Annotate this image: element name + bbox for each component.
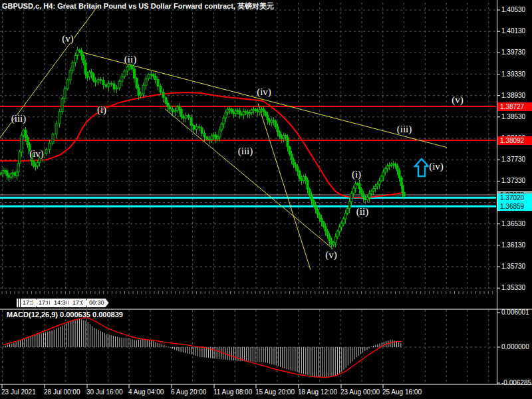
elliott-wave-label[interactable]: (iii) xyxy=(11,113,27,124)
elliott-wave-label[interactable]: (iv) xyxy=(429,161,444,172)
chart-window[interactable]: GBPUSD.c, H4: Great Britain Pound vs US … xyxy=(0,0,532,399)
ma-line xyxy=(0,92,402,198)
elliott-wave-label[interactable]: (iv) xyxy=(29,148,44,160)
elliott-wave-label[interactable]: (i) xyxy=(97,104,106,116)
event-tag-bar xyxy=(33,299,34,307)
price-badge: 1.38727 xyxy=(497,102,532,111)
event-time-tag[interactable]: 17:1 xyxy=(21,299,39,307)
time-axis-tick: 25 Aug 16:00 xyxy=(382,388,422,396)
price-badge: 1.38092 xyxy=(497,136,532,145)
price-axis-tick: 1.35730 xyxy=(501,263,525,271)
event-tag-bar xyxy=(17,299,18,307)
macd-signal-line xyxy=(3,318,402,377)
panel-borders xyxy=(0,0,532,388)
event-time-tag[interactable]: 00:30 xyxy=(87,299,109,307)
event-tag-bar xyxy=(83,299,84,307)
elliott-wave-label[interactable]: (v) xyxy=(325,249,337,261)
price-axis-tick: 1.36530 xyxy=(501,220,525,228)
elliott-wave-label[interactable]: (v) xyxy=(452,94,464,106)
event-tag-bar xyxy=(50,299,51,307)
time-axis-tick: 28 Jul 00:00 xyxy=(44,388,80,396)
time-axis-tick: 23 Aug 00:00 xyxy=(340,388,380,396)
chart-title: GBPUSD.c, H4: Great Britain Pound vs US … xyxy=(2,1,274,11)
time-axis-tick: 23 Jul 2021 xyxy=(1,388,36,396)
price-chart-canvas[interactable] xyxy=(0,0,532,399)
event-tag-bar xyxy=(48,299,49,307)
price-axis-tick: 1.38530 xyxy=(501,113,525,121)
price-axis-tick: 1.39730 xyxy=(501,49,525,57)
elliott-wave-label[interactable]: (i) xyxy=(352,169,361,180)
price-axis-tick: 1.40130 xyxy=(501,27,525,35)
price-axis-tick: 1.36130 xyxy=(501,241,525,249)
price-axis-tick: 1.35330 xyxy=(501,284,525,292)
elliott-wave-label[interactable]: (v) xyxy=(62,33,74,45)
up-arrow-icon[interactable] xyxy=(415,159,428,176)
time-axis-tick: 18 Aug 12:00 xyxy=(298,388,337,396)
event-tag-bar xyxy=(68,299,70,307)
price-axis-tick: 1.38930 xyxy=(501,92,525,100)
elliott-wave-label[interactable]: (iii) xyxy=(397,124,412,135)
time-axis-tick: 4 Aug 04:00 xyxy=(128,388,164,396)
trendline-falling-steep xyxy=(258,104,311,270)
time-axis-tick: 30 Jul 16:00 xyxy=(86,388,123,396)
event-tag-bar xyxy=(19,299,20,307)
elliott-wave-label[interactable]: (iv) xyxy=(257,86,271,98)
candlestick-series xyxy=(0,47,405,249)
event-tag-bar xyxy=(35,299,36,307)
macd-indicator-label: MACD(12,26,9) 0.000635 0.000839 xyxy=(7,311,123,319)
price-badge: 1.36859 xyxy=(497,202,532,211)
macd-axis-tick: 0.006001 xyxy=(501,309,529,317)
elliott-wave-label[interactable]: (ii) xyxy=(124,54,136,65)
time-axis-tick: 15 Aug 20:00 xyxy=(255,388,295,396)
elliott-wave-label[interactable]: (iii) xyxy=(238,146,253,157)
time-axis-tick: 6 Aug 20:00 xyxy=(171,388,206,396)
macd-axis-tick: -0.006285 xyxy=(501,379,531,387)
elliott-wave-label[interactable]: (ii) xyxy=(356,206,368,217)
price-badge: 1.37020 xyxy=(497,194,532,202)
time-axis-tick: 11 Aug 08:00 xyxy=(213,388,252,396)
event-tag-bar xyxy=(66,299,68,307)
macd-histogram xyxy=(3,319,401,378)
price-axis-tick: 1.37730 xyxy=(501,156,525,164)
price-axis-tick: 1.40530 xyxy=(501,6,525,14)
price-axis-tick: 1.39330 xyxy=(501,70,525,78)
macd-axis-tick: 0.000000 xyxy=(501,343,529,351)
event-tag-bar xyxy=(85,299,86,307)
price-axis-tick: 1.37330 xyxy=(501,177,525,185)
trendlines[interactable] xyxy=(0,5,447,270)
event-time-tag[interactable]: 14:30 xyxy=(52,299,74,307)
